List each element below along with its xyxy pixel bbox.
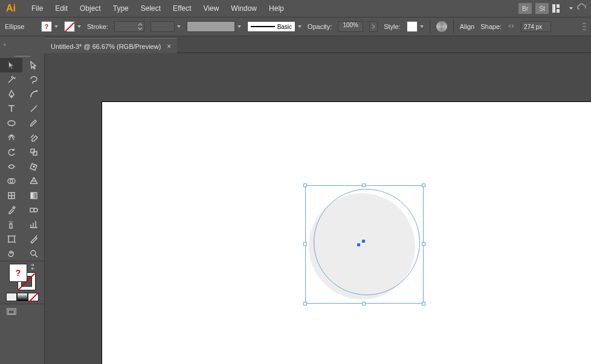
opacity-dropdown-button[interactable]: [369, 21, 378, 32]
selection-handle-n[interactable]: [362, 184, 366, 187]
paintbrush-tool[interactable]: [22, 116, 45, 130]
selection-bounding-box[interactable]: [305, 185, 424, 304]
svg-point-3: [8, 121, 15, 126]
stock-button[interactable]: St: [535, 3, 549, 14]
svg-rect-4: [31, 149, 34, 153]
zoom-tool[interactable]: [22, 246, 45, 261]
slice-tool[interactable]: [22, 232, 45, 246]
recolor-artwork-button[interactable]: [436, 21, 447, 32]
stroke-caret[interactable]: [77, 25, 81, 28]
svg-rect-5: [33, 152, 37, 155]
selection-handle-w[interactable]: [303, 242, 307, 246]
app-logo: Ai: [4, 3, 18, 14]
rotate-tool[interactable]: [0, 145, 22, 159]
stroke-label[interactable]: Stroke:: [87, 23, 108, 30]
brush-width-preview[interactable]: [187, 21, 235, 32]
brush-caret[interactable]: [298, 25, 302, 28]
eyedropper-tool[interactable]: [0, 203, 22, 217]
mesh-tool[interactable]: [0, 188, 22, 203]
opacity-input[interactable]: 100%: [338, 21, 363, 32]
control-bar-menu-icon[interactable]: [581, 21, 586, 32]
menu-window[interactable]: Window: [225, 2, 263, 15]
selection-handle-sw[interactable]: [303, 302, 307, 305]
stroke-swatch[interactable]: [64, 21, 75, 32]
selection-handle-s[interactable]: [362, 302, 366, 305]
svg-rect-14: [8, 236, 15, 242]
menu-bar: Ai File Edit Object Type Select Effect V…: [0, 0, 591, 17]
menu-help[interactable]: Help: [263, 2, 290, 15]
curvature-tool[interactable]: [22, 87, 45, 101]
menu-object[interactable]: Object: [74, 2, 107, 15]
screen-mode-button[interactable]: [0, 304, 22, 319]
artboard[interactable]: [102, 101, 591, 364]
align-label[interactable]: Align: [460, 23, 474, 30]
selection-handle-e[interactable]: [422, 242, 425, 246]
menu-view[interactable]: View: [198, 2, 225, 15]
selection-handle-ne[interactable]: [422, 184, 425, 187]
color-mode-solid[interactable]: [6, 293, 17, 301]
variable-width-profile[interactable]: [150, 21, 175, 32]
document-tab[interactable]: Untitled-3* @ 66.67% (RGB/Preview) ×: [45, 38, 177, 54]
stroke-color-control[interactable]: [64, 21, 81, 32]
shape-width-input[interactable]: 274 px: [521, 21, 551, 32]
tools-panel-grip[interactable]: [0, 53, 44, 58]
gradient-tool[interactable]: [22, 188, 45, 203]
width-link-icon[interactable]: [508, 22, 515, 31]
width-tool[interactable]: [0, 159, 22, 174]
arrange-documents-button[interactable]: [552, 4, 563, 13]
ellipse-tool[interactable]: [0, 116, 22, 130]
svg-rect-13: [10, 224, 12, 228]
expand-panels-button[interactable]: ‹‹: [4, 42, 5, 48]
swap-fill-stroke-button[interactable]: [30, 264, 36, 270]
line-segment-tool[interactable]: [22, 101, 45, 116]
hand-tool[interactable]: [0, 246, 22, 261]
blend-tool[interactable]: [22, 203, 45, 217]
menu-effect[interactable]: Effect: [167, 2, 197, 15]
menu-type[interactable]: Type: [107, 2, 135, 15]
brush-width-caret[interactable]: [237, 25, 241, 28]
menu-select[interactable]: Select: [135, 2, 167, 15]
eraser-tool[interactable]: [22, 130, 45, 145]
selection-tool[interactable]: [0, 58, 22, 72]
graphic-style-swatch[interactable]: [407, 21, 418, 32]
svg-point-15: [31, 251, 36, 255]
fill-color-well[interactable]: ?: [9, 264, 27, 282]
menu-file[interactable]: File: [25, 2, 49, 15]
opacity-label[interactable]: Opacity:: [308, 23, 332, 30]
svg-rect-0: [552, 4, 555, 13]
stroke-weight-input[interactable]: [114, 21, 144, 32]
sync-settings-icon[interactable]: [576, 2, 587, 14]
shape-builder-tool[interactable]: [0, 174, 22, 188]
canvas-area[interactable]: [45, 53, 591, 364]
direct-selection-tool[interactable]: [22, 58, 45, 72]
menu-edit[interactable]: Edit: [49, 2, 74, 15]
pen-tool[interactable]: [0, 87, 22, 101]
type-tool[interactable]: [0, 101, 22, 116]
fill-swatch[interactable]: ?: [41, 21, 52, 32]
selection-handle-se[interactable]: [422, 302, 425, 305]
style-caret[interactable]: [420, 25, 424, 28]
perspective-grid-tool[interactable]: [22, 174, 45, 188]
artboard-tool[interactable]: [0, 232, 22, 246]
shape-label[interactable]: Shape:: [480, 23, 502, 30]
color-mode-none[interactable]: [28, 293, 39, 301]
free-transform-tool[interactable]: [22, 159, 45, 174]
magic-wand-tool[interactable]: [0, 72, 22, 87]
selection-type-label: Ellipse: [5, 23, 35, 30]
symbol-sprayer-tool[interactable]: [0, 217, 22, 232]
variable-width-caret[interactable]: [177, 25, 181, 28]
selection-handle-nw[interactable]: [303, 184, 307, 187]
brush-definition[interactable]: Basic: [247, 21, 296, 32]
lasso-tool[interactable]: [22, 72, 45, 87]
svg-rect-10: [31, 193, 37, 199]
shaper-tool[interactable]: [0, 130, 22, 145]
column-graph-tool[interactable]: [22, 217, 45, 232]
style-label[interactable]: Style:: [384, 23, 401, 30]
color-mode-gradient[interactable]: [17, 293, 28, 301]
fill-color-control[interactable]: ?: [41, 21, 58, 32]
bridge-button[interactable]: Br: [518, 3, 532, 14]
document-tab-close-button[interactable]: ×: [167, 42, 171, 51]
scale-tool[interactable]: [22, 145, 45, 159]
arrange-documents-caret[interactable]: [569, 7, 573, 10]
fill-caret[interactable]: [54, 25, 58, 28]
